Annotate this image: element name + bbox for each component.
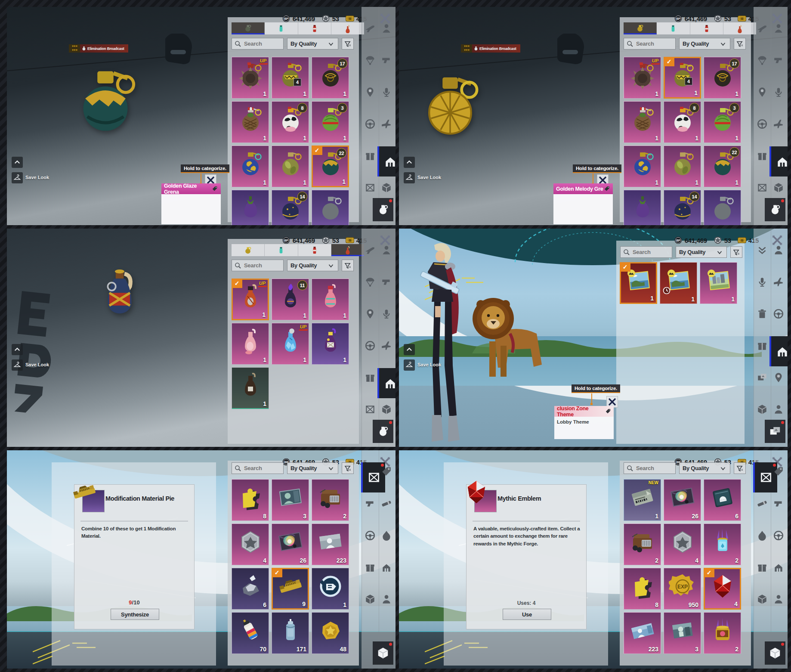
item-tile-grenade-blue-gold[interactable]: 1	[232, 146, 269, 187]
item-tile-molotov-pink-teal[interactable]: 1	[312, 279, 349, 320]
sidebar-icon-map-pin[interactable]	[772, 371, 785, 384]
sidebar-icon-microphone[interactable]	[380, 85, 393, 99]
item-tile-grenade-pineapple[interactable]: 1	[624, 101, 661, 143]
tab-grenade-stun[interactable]	[265, 244, 298, 256]
sidebar-icon-suppressor[interactable]	[380, 497, 393, 511]
sidebar-icon-parachute[interactable]	[755, 53, 769, 67]
item-tile-grenade-cow[interactable]: 81	[664, 101, 701, 143]
quality-dropdown[interactable]: By Quality	[287, 260, 338, 271]
filter-button[interactable]	[734, 38, 746, 50]
sidebar-icon-lobby-building[interactable]	[769, 336, 788, 366]
sidebar-icon-microphone[interactable]	[772, 85, 785, 99]
item-tile-poster-face[interactable]: 3	[272, 479, 309, 521]
item-tile-theme-island[interactable]: ✓1	[620, 262, 657, 304]
quality-dropdown[interactable]: By Quality	[679, 38, 730, 50]
sidebar-icon-crate[interactable]	[755, 181, 769, 195]
item-tile-blue-coin[interactable]: 1	[312, 568, 349, 610]
sidebar-icon-lobby-building[interactable]	[380, 561, 393, 574]
item-tile-grenade-gold[interactable]: 4✓1	[664, 57, 701, 99]
sidebar-icon-lobby-building[interactable]	[769, 146, 788, 177]
filter-button[interactable]	[342, 38, 354, 50]
filter-button[interactable]	[342, 462, 354, 474]
tab-grenade-stun[interactable]	[265, 22, 298, 34]
collapse-chevron-button[interactable]	[404, 157, 415, 168]
item-tile-grenade-eggplant[interactable]	[232, 190, 269, 225]
quality-dropdown[interactable]: By Quality	[287, 38, 338, 50]
tab-grenade-smoke[interactable]	[298, 244, 331, 256]
item-tile-grenade-dark-gold[interactable]: 171	[704, 57, 741, 99]
tab-grenade-smoke[interactable]	[298, 22, 331, 34]
item-tile-robot-card[interactable]: 3	[664, 612, 701, 654]
item-tile-molotov-crystal[interactable]: UP1	[272, 323, 309, 365]
sidebar-icon-flame[interactable]	[380, 529, 393, 542]
item-tile-supply-ticket[interactable]: NEW1	[624, 479, 661, 521]
sidebar-icon-map-pin[interactable]	[363, 307, 377, 321]
search-field[interactable]	[243, 262, 281, 269]
item-tile-exp-badge[interactable]: EXP950	[664, 568, 701, 610]
sidebar-icon-gift[interactable]	[363, 371, 377, 384]
item-tile-grenade-cow[interactable]: 81	[272, 101, 309, 143]
dialog-action-button[interactable]: Synthesize	[111, 609, 159, 620]
item-tile-grenade-cabbage[interactable]: 31	[704, 101, 741, 143]
search-input[interactable]	[232, 38, 284, 50]
sidebar-icon-steering-wheel[interactable]	[363, 529, 377, 542]
sidebar-icon-flame[interactable]	[755, 529, 769, 542]
sidebar-icon-pistol[interactable]	[363, 497, 377, 511]
sidebar-icon-sale-tag[interactable]	[772, 465, 785, 479]
item-tile-grenade-spiked[interactable]: UP1	[624, 57, 661, 99]
search-field[interactable]	[632, 248, 670, 256]
item-tile-poster-silhouette[interactable]: 223	[312, 523, 349, 565]
filter-button[interactable]	[734, 462, 746, 474]
equipped-slot-supply-box[interactable]	[765, 641, 785, 665]
save-look-button[interactable]	[12, 359, 23, 371]
item-tile-theme-island[interactable]: 1	[660, 262, 697, 304]
search-input[interactable]	[232, 260, 284, 271]
tab-grenade-molotov[interactable]	[331, 22, 364, 34]
sidebar-icon-airplane[interactable]	[772, 275, 785, 289]
item-tile-grenade-grey[interactable]	[312, 190, 349, 225]
sidebar-icon-trash[interactable]	[755, 307, 769, 321]
sidebar-icon-lobby-building[interactable]	[772, 561, 785, 574]
item-tile-molotov-dark[interactable]: 1	[232, 367, 269, 409]
sidebar-icon-steering-wheel[interactable]	[363, 339, 377, 353]
sidebar-icon-gift[interactable]	[755, 561, 769, 574]
sidebar-icon-rifle[interactable]	[755, 22, 769, 35]
item-tile-grenade-cabbage[interactable]: 31	[312, 101, 349, 143]
sidebar-icon-map-pin[interactable]	[363, 85, 377, 99]
sidebar-icon-lobby-building[interactable]	[377, 146, 396, 177]
search-input[interactable]	[232, 462, 284, 474]
item-tile-grenade-blue-gold[interactable]: 1	[624, 146, 661, 187]
tab-grenade-molotov[interactable]	[331, 244, 364, 256]
tab-grenade-smoke[interactable]	[690, 22, 723, 34]
item-tile-grenade-dark-purple[interactable]: 14	[664, 190, 701, 225]
item-tile-grenade-eggplant[interactable]	[624, 190, 661, 225]
search-input[interactable]	[624, 38, 676, 50]
sidebar-icon-gift[interactable]	[755, 149, 769, 163]
sidebar-icon-ghillie-suit[interactable]	[380, 243, 393, 257]
equipped-slot-grenade-slot[interactable]	[373, 198, 393, 221]
sidebar-icon-chevron-down[interactable]	[755, 243, 769, 257]
equipped-slot-photos[interactable]	[765, 420, 785, 443]
equipped-slot-grenade-slot[interactable]	[765, 198, 785, 221]
item-tile-spray-can-blue[interactable]: 171	[272, 612, 309, 654]
sidebar-icon-supply-box[interactable]	[380, 181, 393, 195]
sidebar-icon-microphone[interactable]	[380, 307, 393, 321]
quality-dropdown[interactable]: By Quality	[676, 246, 727, 258]
search-field[interactable]	[635, 40, 673, 47]
item-tile-paint-shard[interactable]: 6	[232, 568, 269, 610]
search-input[interactable]	[620, 246, 672, 258]
sidebar-icon-pistol[interactable]	[380, 53, 393, 67]
sidebar-icon-suppressor[interactable]	[755, 497, 769, 511]
item-tile-molotov-red[interactable]: UP✓1	[232, 279, 269, 320]
save-look-button[interactable]	[404, 172, 415, 183]
item-tile-grenade-olive[interactable]: 1	[664, 146, 701, 187]
collapse-chevron-button[interactable]	[12, 157, 23, 168]
item-tile-puzzle-piece[interactable]: 8	[232, 479, 269, 521]
tab-grenade-frag-gold[interactable]	[232, 244, 265, 256]
tab-grenade-stun[interactable]	[657, 22, 690, 34]
sidebar-icon-supply-box[interactable]	[363, 592, 377, 606]
sidebar-icon-parachute[interactable]	[363, 275, 377, 289]
item-tile-grenade-dark-purple[interactable]: 14	[272, 190, 309, 225]
sidebar-icon-airplane[interactable]	[772, 117, 785, 131]
item-tile-grenade-spiked[interactable]: UP1	[232, 57, 269, 99]
